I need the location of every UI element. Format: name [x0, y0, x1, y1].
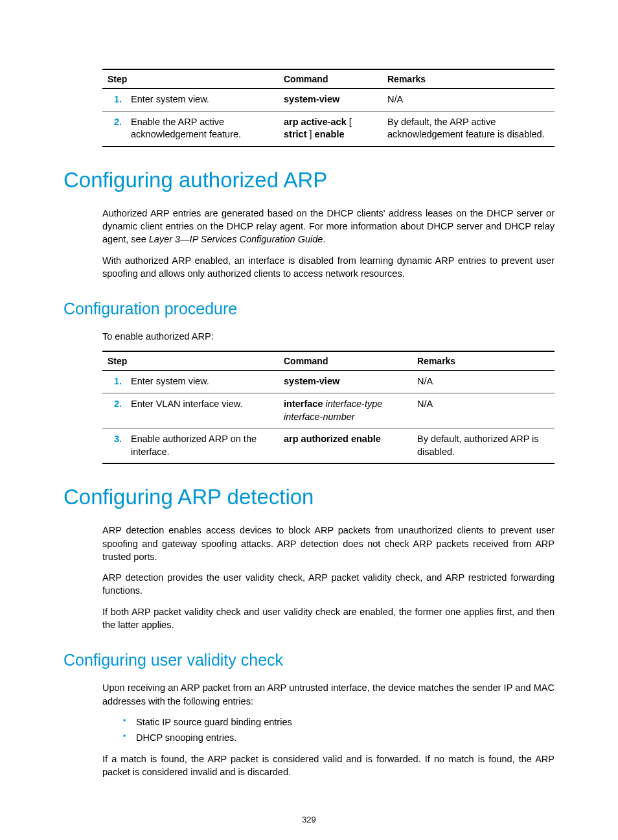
step-cmd: system-view [279, 371, 412, 393]
paragraph: If both ARP packet validity check and us… [102, 605, 555, 632]
paragraph: If a match is found, the ARP packet is c… [102, 752, 555, 779]
arp-active-ack-table: Step Command Remarks 1. Enter system vie… [102, 69, 555, 147]
step-desc: Enter system view. [126, 371, 279, 393]
col-command: Command [279, 351, 412, 371]
paragraph: ARP detection enables access devices to … [102, 524, 555, 563]
step-number: 3. [102, 428, 126, 464]
paragraph: Upon receiving an ARP packet from an ARP… [102, 681, 555, 708]
bullet-list: Static IP source guard binding entries D… [102, 716, 555, 745]
step-cmd: arp active-ack [ strict ] enable [279, 111, 382, 146]
col-remarks: Remarks [412, 351, 555, 371]
h1-authorized-arp: Configuring authorized ARP [63, 168, 555, 192]
col-remarks: Remarks [382, 69, 555, 89]
step-remarks: By default, the ARP active acknowledgeme… [382, 111, 555, 146]
step-cmd: arp authorized enable [279, 428, 412, 464]
paragraph: ARP detection provides the user validity… [102, 571, 555, 598]
step-cmd: system-view [279, 89, 382, 111]
step-desc: Enter system view. [126, 89, 279, 111]
step-desc: Enable authorized ARP on the interface. [126, 428, 279, 464]
table-row: 3. Enable authorized ARP on the interfac… [102, 428, 555, 464]
col-step: Step [102, 69, 279, 89]
step-number: 2. [102, 111, 126, 146]
paragraph: To enable authorized ARP: [102, 330, 555, 343]
step-desc: Enable the ARP active acknowledgement fe… [126, 111, 279, 146]
list-item: DHCP snooping entries. [123, 731, 555, 744]
table-row: 1. Enter system view. system-view N/A [102, 89, 555, 111]
h2-config-procedure: Configuration procedure [63, 299, 555, 318]
step-number: 2. [102, 393, 126, 428]
step-remarks: N/A [412, 393, 555, 428]
step-remarks: By default, authorized ARP is disabled. [412, 428, 555, 464]
paragraph: Authorized ARP entries are generated bas… [102, 207, 555, 246]
table-row: 1. Enter system view. system-view N/A [102, 371, 555, 393]
step-number: 1. [102, 89, 126, 111]
col-command: Command [279, 69, 382, 89]
authorized-arp-table: Step Command Remarks 1. Enter system vie… [102, 351, 555, 464]
step-cmd: interface interface-type interface-numbe… [279, 393, 412, 428]
paragraph: With authorized ARP enabled, an interfac… [102, 254, 555, 281]
step-number: 1. [102, 371, 126, 393]
table-row: 2. Enable the ARP active acknowledgement… [102, 111, 555, 146]
step-remarks: N/A [412, 371, 555, 393]
step-remarks: N/A [382, 89, 555, 111]
col-step: Step [102, 351, 279, 371]
h2-user-validity: Configuring user validity check [63, 651, 555, 670]
page-number: 329 [0, 815, 618, 824]
h1-arp-detection: Configuring ARP detection [63, 485, 555, 509]
table-row: 2. Enter VLAN interface view. interface … [102, 393, 555, 428]
step-desc: Enter VLAN interface view. [126, 393, 279, 428]
list-item: Static IP source guard binding entries [123, 716, 555, 729]
